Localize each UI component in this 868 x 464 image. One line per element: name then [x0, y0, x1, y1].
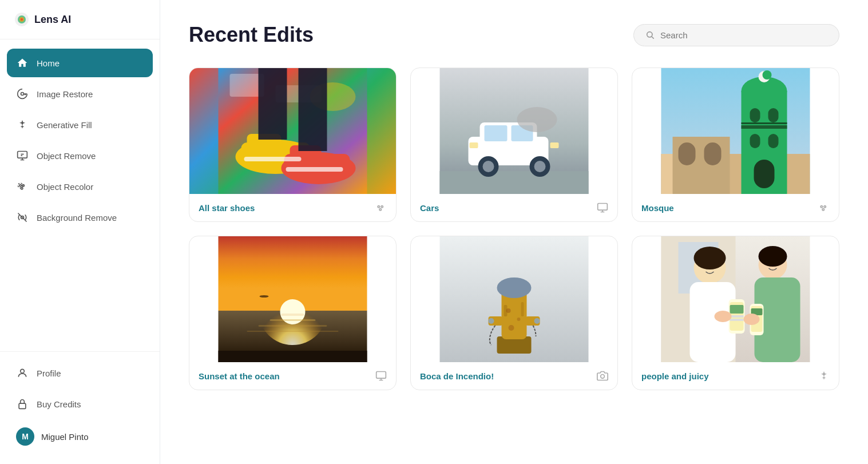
sidebar-item-buy-credits[interactable]: Buy Credits: [7, 390, 153, 418]
card-footer-hydrant: Boca de Incendio!: [411, 362, 617, 390]
svg-point-32: [381, 206, 383, 208]
svg-point-46: [517, 107, 557, 132]
svg-rect-80: [376, 372, 386, 379]
sidebar-item-profile-label: Profile: [37, 368, 61, 378]
svg-rect-108: [730, 305, 744, 314]
search-input[interactable]: [660, 30, 827, 40]
sidebar: Lens AI Home Image Restore Generative Fi…: [0, 0, 160, 464]
user-profile-item[interactable]: M Miguel Pinto: [7, 421, 153, 453]
image-grid: All star shoes: [189, 68, 839, 390]
svg-rect-75: [270, 319, 316, 321]
user-name: Miguel Pinto: [41, 432, 89, 442]
sidebar-item-background-remove-label: Background Remove: [37, 213, 117, 223]
card-footer-sunset: Sunset at the ocean: [189, 362, 396, 390]
card-footer-shoes: All star shoes: [189, 194, 396, 221]
card-footer-mosque: Mosque: [632, 194, 839, 221]
card-sunset[interactable]: Sunset at the ocean: [189, 236, 397, 390]
home-icon: [16, 57, 29, 69]
svg-rect-14: [19, 403, 26, 409]
svg-rect-44: [470, 142, 478, 148]
svg-rect-110: [730, 319, 744, 321]
svg-rect-77: [247, 331, 339, 332]
card-image-mosque: [632, 68, 839, 194]
svg-point-91: [506, 308, 511, 313]
svg-rect-30: [299, 68, 327, 151]
svg-rect-38: [485, 125, 508, 141]
card-title-people: people and juicy: [641, 371, 709, 381]
svg-point-67: [821, 206, 822, 208]
search-bar[interactable]: [633, 24, 839, 46]
card-icon-sunset: [375, 370, 387, 382]
card-icon-hydrant: [597, 370, 608, 382]
svg-point-94: [489, 318, 494, 324]
sparkle-icon: [16, 118, 29, 131]
sidebar-item-background-remove[interactable]: Background Remove: [7, 203, 153, 232]
svg-point-4: [21, 93, 24, 96]
card-image-cars: [411, 68, 617, 194]
card-people[interactable]: people and juicy: [632, 236, 839, 390]
main-content: Recent Edits: [160, 0, 868, 464]
bg-remove-icon: [16, 211, 29, 224]
svg-point-115: [744, 314, 760, 325]
svg-rect-76: [259, 325, 327, 327]
card-mosque[interactable]: Mosque: [632, 68, 839, 222]
svg-rect-29: [259, 68, 287, 140]
svg-point-93: [509, 325, 514, 331]
svg-rect-66: [704, 142, 722, 165]
svg-rect-78: [219, 351, 367, 362]
recolor-icon: [16, 180, 29, 193]
sidebar-item-object-remove-label: Object Remove: [37, 151, 96, 161]
card-icon-mosque: [818, 202, 830, 213]
sidebar-item-object-remove[interactable]: Object Remove: [7, 141, 153, 170]
card-footer-people: people and juicy: [632, 362, 839, 390]
svg-point-102: [694, 247, 726, 269]
card-image-sunset: [189, 236, 396, 362]
sidebar-item-generative-fill[interactable]: Generative Fill: [7, 110, 153, 139]
svg-rect-109: [730, 315, 744, 318]
card-image-hydrant: [411, 236, 617, 362]
svg-rect-65: [679, 142, 696, 165]
card-icon-people: [818, 370, 830, 382]
sidebar-item-home[interactable]: Home: [7, 49, 153, 77]
sidebar-item-object-recolor-label: Object Recolor: [37, 182, 93, 192]
card-cars[interactable]: Cars: [410, 68, 618, 222]
sidebar-item-profile[interactable]: Profile: [7, 359, 153, 387]
svg-point-114: [715, 311, 732, 322]
svg-line-16: [652, 37, 654, 39]
sidebar-item-buy-credits-label: Buy Credits: [37, 399, 81, 409]
svg-rect-62: [742, 122, 787, 124]
app-logo-icon: [14, 11, 30, 27]
sidebar-nav: Home Image Restore Generative Fill Objec…: [0, 39, 160, 351]
svg-rect-56: [768, 108, 779, 122]
svg-point-8: [19, 185, 21, 187]
card-title-hydrant: Boca de Incendio!: [420, 371, 494, 381]
svg-point-92: [517, 318, 521, 321]
svg-rect-74: [282, 314, 304, 316]
card-title-shoes: All star shoes: [199, 203, 255, 213]
sidebar-item-image-restore[interactable]: Image Restore: [7, 80, 153, 108]
svg-rect-35: [440, 171, 589, 194]
svg-point-79: [260, 295, 269, 298]
card-hydrant[interactable]: Boca de Incendio!: [410, 236, 618, 390]
svg-point-15: [647, 32, 652, 37]
svg-rect-27: [244, 157, 302, 161]
svg-rect-47: [598, 204, 608, 211]
logo-area: Lens AI: [0, 0, 160, 39]
svg-point-41: [483, 161, 494, 172]
svg-point-96: [601, 375, 605, 379]
svg-point-31: [378, 206, 379, 208]
card-title-cars: Cars: [420, 203, 439, 213]
object-remove-icon: [16, 149, 29, 162]
svg-point-33: [379, 209, 381, 211]
card-all-star-shoes[interactable]: All star shoes: [189, 68, 397, 222]
user-avatar: M: [16, 427, 34, 446]
svg-rect-58: [768, 134, 779, 148]
sidebar-item-object-recolor[interactable]: Object Recolor: [7, 172, 153, 201]
svg-point-95: [534, 318, 540, 324]
svg-point-69: [822, 209, 824, 211]
svg-rect-45: [550, 142, 559, 148]
card-image-people: [632, 236, 839, 362]
card-title-mosque: Mosque: [641, 203, 674, 213]
card-icon-shoes: [375, 202, 387, 213]
svg-point-68: [824, 206, 826, 208]
